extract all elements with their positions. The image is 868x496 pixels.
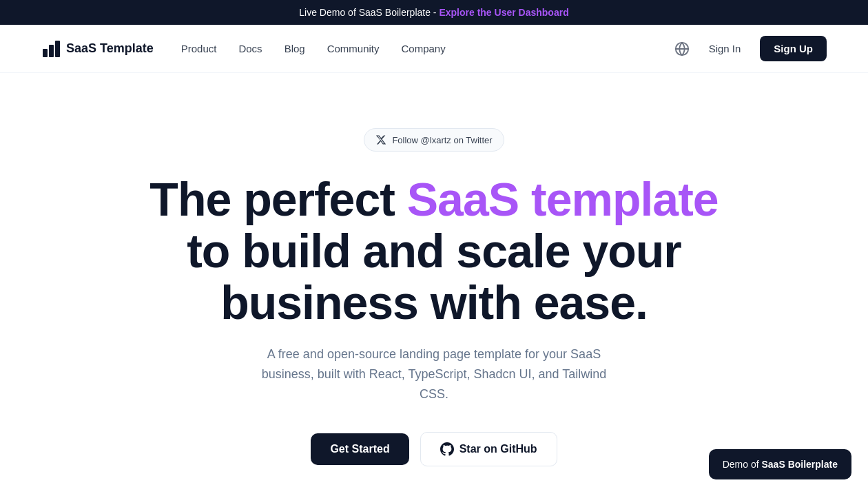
nav-link-blog[interactable]: Blog (285, 43, 305, 54)
nav-item-product[interactable]: Product (181, 43, 217, 55)
hero-subtitle: A free and open-source landing page temp… (248, 344, 620, 404)
navbar: SaaS Template Product Docs Blog Communit… (0, 25, 868, 73)
github-button[interactable]: Star on GitHub (420, 432, 557, 466)
nav-item-blog[interactable]: Blog (285, 43, 305, 55)
demo-badge-text-bold: SaaS Boilerplate (762, 459, 838, 470)
sign-up-button[interactable]: Sign Up (760, 36, 827, 61)
navbar-right: Sign In Sign Up (674, 36, 827, 61)
logo-text: SaaS Template (66, 41, 154, 56)
get-started-button[interactable]: Get Started (311, 433, 409, 465)
hero-title-highlight: SaaS template (407, 173, 719, 225)
github-button-text: Star on GitHub (459, 443, 537, 455)
banner-text: Live Demo of SaaS Boilerplate - (299, 7, 436, 18)
top-banner: Live Demo of SaaS Boilerplate - Explore … (0, 0, 868, 25)
logo-icon (41, 39, 61, 59)
twitter-badge[interactable]: Follow @lxartz on Twitter (364, 128, 504, 152)
globe-icon[interactable] (674, 41, 690, 56)
hero-buttons: Get Started Star on GitHub (311, 432, 557, 466)
demo-badge[interactable]: Demo of SaaS Boilerplate (709, 449, 851, 479)
nav-item-community[interactable]: Community (327, 43, 380, 55)
nav-links: Product Docs Blog Community Company (181, 43, 446, 55)
github-icon (440, 442, 454, 456)
nav-link-community[interactable]: Community (327, 43, 380, 54)
svg-rect-0 (43, 49, 48, 57)
twitter-icon (375, 134, 386, 145)
nav-item-docs[interactable]: Docs (238, 43, 262, 55)
navbar-left: SaaS Template Product Docs Blog Communit… (41, 39, 446, 59)
nav-link-docs[interactable]: Docs (238, 43, 262, 54)
banner-link[interactable]: Explore the User Dashboard (439, 7, 568, 18)
hero-title-start: The perfect (149, 173, 406, 225)
demo-badge-text-start: Demo of (723, 459, 762, 470)
hero-title: The perfect SaaS template to build and s… (124, 174, 744, 328)
hero-title-end: to build and scale your business with ea… (187, 225, 681, 329)
hero-section: Follow @lxartz on Twitter The perfect Sa… (0, 73, 868, 496)
nav-link-product[interactable]: Product (181, 43, 217, 54)
svg-rect-1 (49, 45, 54, 57)
logo[interactable]: SaaS Template (41, 39, 154, 59)
sign-in-button[interactable]: Sign In (701, 37, 750, 60)
twitter-badge-text: Follow @lxartz on Twitter (392, 135, 492, 145)
svg-rect-2 (55, 41, 60, 57)
nav-item-company[interactable]: Company (402, 43, 446, 55)
nav-link-company[interactable]: Company (402, 43, 446, 54)
